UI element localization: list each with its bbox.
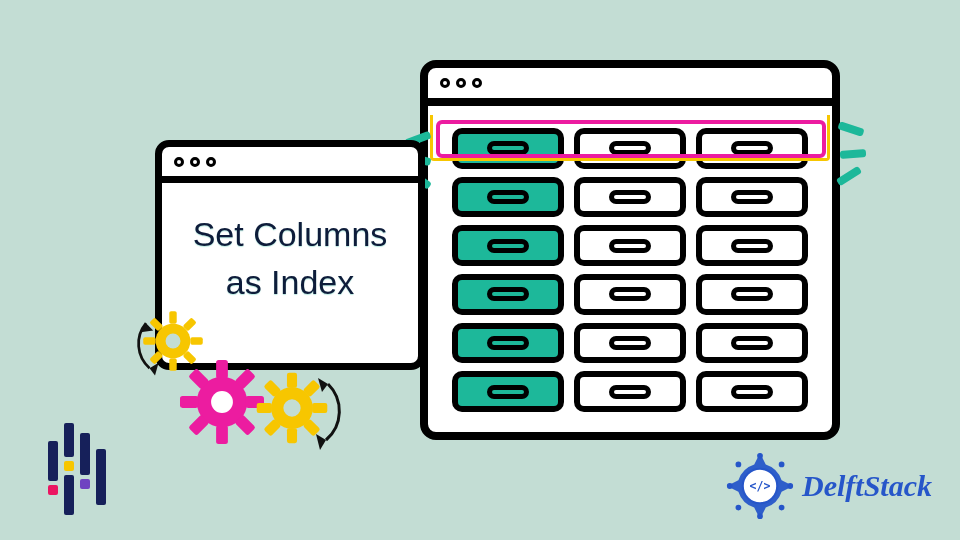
svg-point-29 bbox=[283, 399, 300, 416]
window-control-dot bbox=[206, 157, 216, 167]
accent-dash bbox=[840, 149, 866, 159]
window-control-dot bbox=[472, 78, 482, 88]
svg-point-39 bbox=[788, 484, 792, 488]
index-cell bbox=[452, 274, 564, 315]
svg-rect-23 bbox=[257, 403, 272, 413]
svg-point-44 bbox=[736, 462, 740, 466]
svg-rect-2 bbox=[169, 358, 176, 370]
data-window bbox=[420, 60, 840, 440]
window-titlebar bbox=[162, 147, 418, 183]
svg-rect-11 bbox=[216, 360, 228, 378]
window-titlebar bbox=[428, 68, 832, 106]
data-cell bbox=[696, 323, 808, 364]
data-cell bbox=[574, 225, 686, 266]
brand-name: DelftStack bbox=[802, 469, 932, 503]
title-line1: Set Columns bbox=[193, 215, 388, 253]
data-cell bbox=[696, 225, 808, 266]
pandas-logo-icon bbox=[42, 423, 112, 518]
data-cell bbox=[574, 177, 686, 218]
data-cell bbox=[574, 128, 686, 169]
svg-rect-21 bbox=[287, 373, 297, 388]
window-control-dot bbox=[456, 78, 466, 88]
window-control-dot bbox=[174, 157, 184, 167]
index-cell bbox=[452, 128, 564, 169]
svg-rect-22 bbox=[287, 428, 297, 443]
gear-icon-magenta bbox=[180, 360, 264, 444]
svg-rect-4 bbox=[190, 337, 202, 344]
svg-rect-1 bbox=[169, 311, 176, 323]
index-cell bbox=[452, 225, 564, 266]
svg-point-37 bbox=[758, 454, 762, 458]
svg-point-9 bbox=[166, 334, 181, 349]
data-cell bbox=[696, 177, 808, 218]
svg-rect-3 bbox=[143, 337, 155, 344]
delftstack-emblem-icon: </> bbox=[724, 450, 796, 522]
svg-rect-13 bbox=[180, 396, 198, 408]
data-cell bbox=[696, 274, 808, 315]
window-control-dot bbox=[190, 157, 200, 167]
accent-dash bbox=[837, 121, 864, 137]
svg-point-41 bbox=[758, 514, 762, 518]
data-cell bbox=[696, 371, 808, 412]
index-cell bbox=[452, 177, 564, 218]
svg-point-38 bbox=[779, 462, 783, 466]
gear-icon-yellow-medium bbox=[256, 372, 328, 444]
index-cell bbox=[452, 323, 564, 364]
data-cell bbox=[574, 371, 686, 412]
svg-point-19 bbox=[211, 391, 233, 413]
index-cell bbox=[452, 371, 564, 412]
data-cell bbox=[696, 128, 808, 169]
delftstack-logo: </> DelftStack bbox=[724, 450, 932, 522]
svg-rect-12 bbox=[216, 426, 228, 444]
data-table bbox=[428, 106, 832, 432]
svg-point-43 bbox=[728, 484, 732, 488]
data-cell bbox=[574, 274, 686, 315]
title-line2: as Index bbox=[226, 263, 355, 301]
data-cell bbox=[574, 323, 686, 364]
svg-rect-24 bbox=[312, 403, 327, 413]
svg-point-40 bbox=[779, 505, 783, 509]
svg-text:</>: </> bbox=[750, 479, 771, 493]
svg-point-42 bbox=[736, 505, 740, 509]
window-control-dot bbox=[440, 78, 450, 88]
